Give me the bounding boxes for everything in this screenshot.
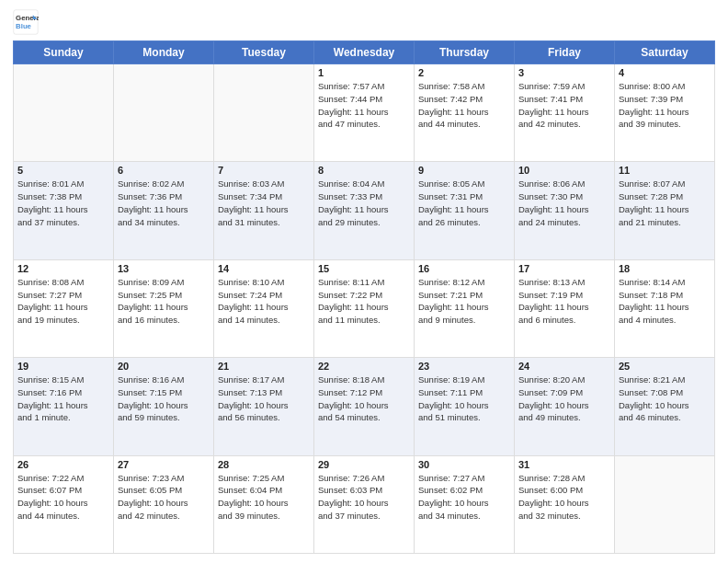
day-info: Sunrise: 8:14 AMSunset: 7:18 PMDaylight:… [619, 276, 711, 327]
day-info: Sunrise: 7:59 AMSunset: 7:41 PMDaylight:… [518, 80, 610, 131]
logo: General Blue [13, 9, 39, 35]
day-info: Sunrise: 8:17 AMSunset: 7:13 PMDaylight:… [218, 373, 310, 424]
calendar-table: SundayMondayTuesdayWednesdayThursdayFrid… [13, 40, 715, 554]
day-number: 31 [518, 459, 610, 470]
calendar-empty-cell [114, 64, 214, 162]
calendar-day-cell: 16Sunrise: 8:12 AMSunset: 7:21 PMDayligh… [415, 259, 515, 357]
day-number: 11 [619, 165, 711, 176]
day-info: Sunrise: 8:20 AMSunset: 7:09 PMDaylight:… [518, 373, 610, 424]
calendar-day-cell: 21Sunrise: 8:17 AMSunset: 7:13 PMDayligh… [214, 358, 314, 455]
day-number: 28 [218, 459, 310, 470]
day-info: Sunrise: 7:27 AMSunset: 6:02 PMDaylight:… [418, 472, 510, 523]
day-info: Sunrise: 7:26 AMSunset: 6:03 PMDaylight:… [318, 472, 410, 523]
calendar-week-row: 5Sunrise: 8:01 AMSunset: 7:38 PMDaylight… [14, 162, 715, 259]
calendar-empty-cell [214, 64, 314, 162]
day-number: 18 [619, 263, 711, 274]
calendar-week-row: 1Sunrise: 7:57 AMSunset: 7:44 PMDaylight… [14, 64, 715, 162]
calendar-day-cell: 7Sunrise: 8:03 AMSunset: 7:34 PMDaylight… [214, 162, 314, 259]
calendar-day-cell: 5Sunrise: 8:01 AMSunset: 7:38 PMDaylight… [14, 162, 114, 259]
calendar-day-cell: 19Sunrise: 8:15 AMSunset: 7:16 PMDayligh… [14, 358, 114, 455]
day-number: 20 [118, 361, 210, 372]
calendar-day-cell: 20Sunrise: 8:16 AMSunset: 7:15 PMDayligh… [114, 358, 214, 455]
svg-text:Blue: Blue [16, 22, 32, 30]
day-number: 23 [418, 361, 510, 372]
calendar-day-cell: 17Sunrise: 8:13 AMSunset: 7:19 PMDayligh… [515, 259, 615, 357]
day-info: Sunrise: 7:58 AMSunset: 7:42 PMDaylight:… [418, 80, 510, 131]
calendar-day-cell: 31Sunrise: 7:28 AMSunset: 6:00 PMDayligh… [515, 455, 615, 553]
day-info: Sunrise: 7:25 AMSunset: 6:04 PMDaylight:… [218, 472, 310, 523]
day-info: Sunrise: 8:07 AMSunset: 7:28 PMDaylight:… [619, 178, 711, 228]
calendar-empty-cell [615, 455, 715, 553]
day-info: Sunrise: 8:12 AMSunset: 7:21 PMDaylight:… [418, 276, 510, 327]
col-header-wednesday: Wednesday [314, 41, 415, 64]
day-number: 25 [619, 361, 711, 372]
day-number: 26 [17, 459, 109, 470]
day-info: Sunrise: 8:02 AMSunset: 7:36 PMDaylight:… [118, 178, 210, 228]
day-number: 30 [418, 459, 510, 470]
calendar-day-cell: 3Sunrise: 7:59 AMSunset: 7:41 PMDaylight… [515, 64, 615, 162]
day-number: 16 [418, 263, 510, 274]
calendar-day-cell: 1Sunrise: 7:57 AMSunset: 7:44 PMDaylight… [314, 64, 415, 162]
day-number: 24 [518, 361, 610, 372]
day-number: 4 [619, 67, 711, 78]
day-number: 29 [318, 459, 410, 470]
page: General Blue SundayMondayTuesdayWednesda… [0, 0, 728, 563]
day-info: Sunrise: 8:16 AMSunset: 7:15 PMDaylight:… [118, 373, 210, 424]
day-info: Sunrise: 7:22 AMSunset: 6:07 PMDaylight:… [17, 472, 109, 523]
calendar-day-cell: 8Sunrise: 8:04 AMSunset: 7:33 PMDaylight… [314, 162, 415, 259]
day-info: Sunrise: 8:10 AMSunset: 7:24 PMDaylight:… [218, 276, 310, 327]
day-info: Sunrise: 8:06 AMSunset: 7:30 PMDaylight:… [518, 178, 610, 228]
col-header-saturday: Saturday [615, 41, 715, 64]
calendar-day-cell: 14Sunrise: 8:10 AMSunset: 7:24 PMDayligh… [214, 259, 314, 357]
day-info: Sunrise: 8:04 AMSunset: 7:33 PMDaylight:… [318, 178, 410, 228]
day-number: 27 [118, 459, 210, 470]
day-info: Sunrise: 7:57 AMSunset: 7:44 PMDaylight:… [318, 80, 410, 131]
calendar-day-cell: 10Sunrise: 8:06 AMSunset: 7:30 PMDayligh… [515, 162, 615, 259]
calendar-day-cell: 22Sunrise: 8:18 AMSunset: 7:12 PMDayligh… [314, 358, 415, 455]
day-info: Sunrise: 8:05 AMSunset: 7:31 PMDaylight:… [418, 178, 510, 228]
calendar-week-row: 12Sunrise: 8:08 AMSunset: 7:27 PMDayligh… [14, 259, 715, 357]
calendar-day-cell: 11Sunrise: 8:07 AMSunset: 7:28 PMDayligh… [615, 162, 715, 259]
day-number: 21 [218, 361, 310, 372]
day-number: 3 [518, 67, 610, 78]
day-number: 14 [218, 263, 310, 274]
day-info: Sunrise: 8:21 AMSunset: 7:08 PMDaylight:… [619, 373, 711, 424]
day-number: 10 [518, 165, 610, 176]
day-info: Sunrise: 8:01 AMSunset: 7:38 PMDaylight:… [17, 178, 109, 228]
day-info: Sunrise: 8:03 AMSunset: 7:34 PMDaylight:… [218, 178, 310, 228]
calendar-day-cell: 18Sunrise: 8:14 AMSunset: 7:18 PMDayligh… [615, 259, 715, 357]
calendar-week-row: 19Sunrise: 8:15 AMSunset: 7:16 PMDayligh… [14, 358, 715, 455]
day-info: Sunrise: 8:11 AMSunset: 7:22 PMDaylight:… [318, 276, 410, 327]
col-header-sunday: Sunday [14, 41, 114, 64]
calendar-day-cell: 30Sunrise: 7:27 AMSunset: 6:02 PMDayligh… [415, 455, 515, 553]
header: General Blue [13, 9, 715, 35]
day-info: Sunrise: 8:19 AMSunset: 7:11 PMDaylight:… [418, 373, 510, 424]
day-info: Sunrise: 7:23 AMSunset: 6:05 PMDaylight:… [118, 472, 210, 523]
calendar-day-cell: 9Sunrise: 8:05 AMSunset: 7:31 PMDaylight… [415, 162, 515, 259]
calendar-day-cell: 25Sunrise: 8:21 AMSunset: 7:08 PMDayligh… [615, 358, 715, 455]
day-info: Sunrise: 8:08 AMSunset: 7:27 PMDaylight:… [17, 276, 109, 327]
day-number: 15 [318, 263, 410, 274]
col-header-tuesday: Tuesday [214, 41, 314, 64]
day-number: 22 [318, 361, 410, 372]
day-number: 9 [418, 165, 510, 176]
calendar-day-cell: 29Sunrise: 7:26 AMSunset: 6:03 PMDayligh… [314, 455, 415, 553]
day-info: Sunrise: 7:28 AMSunset: 6:00 PMDaylight:… [518, 472, 610, 523]
generalblue-logo-icon: General Blue [13, 9, 39, 35]
col-header-friday: Friday [515, 41, 615, 64]
calendar-day-cell: 12Sunrise: 8:08 AMSunset: 7:27 PMDayligh… [14, 259, 114, 357]
calendar-day-cell: 26Sunrise: 7:22 AMSunset: 6:07 PMDayligh… [14, 455, 114, 553]
day-number: 5 [17, 165, 109, 176]
calendar-day-cell: 24Sunrise: 8:20 AMSunset: 7:09 PMDayligh… [515, 358, 615, 455]
calendar-day-cell: 6Sunrise: 8:02 AMSunset: 7:36 PMDaylight… [114, 162, 214, 259]
calendar-day-cell: 27Sunrise: 7:23 AMSunset: 6:05 PMDayligh… [114, 455, 214, 553]
calendar-day-cell: 28Sunrise: 7:25 AMSunset: 6:04 PMDayligh… [214, 455, 314, 553]
calendar-day-cell: 23Sunrise: 8:19 AMSunset: 7:11 PMDayligh… [415, 358, 515, 455]
day-number: 12 [17, 263, 109, 274]
day-number: 2 [418, 67, 510, 78]
day-number: 19 [17, 361, 109, 372]
day-info: Sunrise: 8:13 AMSunset: 7:19 PMDaylight:… [518, 276, 610, 327]
day-info: Sunrise: 8:00 AMSunset: 7:39 PMDaylight:… [619, 80, 711, 131]
day-number: 6 [118, 165, 210, 176]
calendar-day-cell: 13Sunrise: 8:09 AMSunset: 7:25 PMDayligh… [114, 259, 214, 357]
